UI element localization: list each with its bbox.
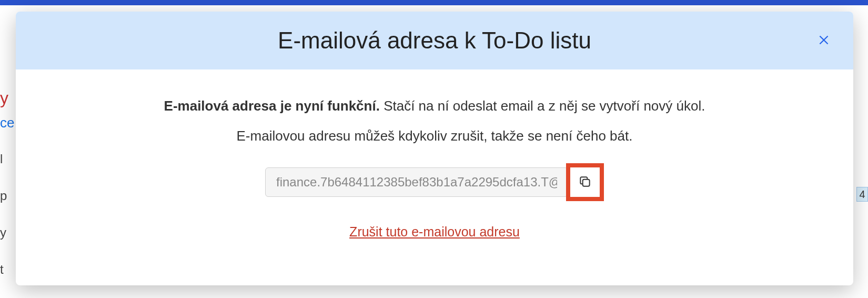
modal-description-bold: E-mailová adresa je nyní funkční. — [164, 98, 380, 114]
copy-button[interactable] — [570, 167, 600, 197]
email-modal: E-mailová adresa k To-Do listu E-mailová… — [16, 12, 853, 285]
bg-cell: 4 — [856, 187, 868, 202]
bg-fragment: ce — [0, 116, 14, 130]
close-button[interactable] — [815, 32, 832, 49]
bg-fragment: y — [0, 226, 6, 239]
copy-icon — [578, 175, 592, 190]
modal-header: E-mailová adresa k To-Do listu — [16, 12, 853, 69]
modal-description-2: E-mailovou adresu můžeš kdykoliv zrušit,… — [58, 126, 811, 146]
bg-fragment: y — [0, 90, 8, 106]
close-icon — [817, 33, 831, 48]
email-row — [58, 167, 811, 201]
modal-title: E-mailová adresa k To-Do listu — [278, 27, 591, 54]
svg-rect-2 — [583, 179, 590, 186]
cancel-email-link[interactable]: Zrušit tuto e-mailovou adresu — [349, 224, 520, 240]
modal-description-1: E-mailová adresa je nyní funkční. Stačí … — [58, 96, 811, 116]
copy-highlight-box — [566, 163, 604, 201]
email-address-field[interactable] — [265, 167, 568, 197]
bg-fragment: t — [0, 263, 4, 276]
modal-body: E-mailová adresa je nyní funkční. Stačí … — [16, 69, 853, 261]
app-top-bar — [0, 0, 868, 5]
bg-fragment: l — [0, 153, 3, 165]
bg-fragment: p — [0, 190, 7, 202]
modal-description-rest: Stačí na ní odeslat email a z něj se vyt… — [380, 98, 705, 114]
